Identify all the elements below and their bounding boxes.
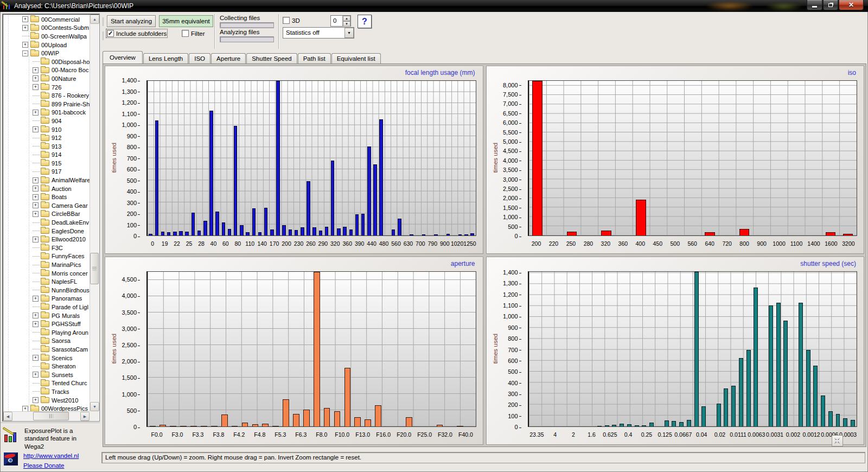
expand-icon[interactable]: + bbox=[33, 84, 39, 90]
include-subfolders-checkbox[interactable]: ✓ Include subfolders bbox=[107, 30, 167, 37]
tree-item-00nature[interactable]: +00Nature bbox=[4, 74, 90, 83]
scrollbar-thumb[interactable] bbox=[90, 253, 99, 284]
collapse-icon[interactable]: − bbox=[22, 50, 28, 56]
statistics-dropdown[interactable]: Statistics off ▼ bbox=[283, 27, 354, 39]
tree-item-sheraton[interactable]: Sheraton bbox=[4, 362, 90, 371]
tree-item-west2010[interactable]: +West2010 bbox=[4, 396, 90, 405]
tree-item-876-rookery[interactable]: 876 - Rookery bbox=[4, 91, 90, 100]
tree-item-912[interactable]: 912 bbox=[4, 133, 90, 142]
tree-item-saorsa[interactable]: Saorsa bbox=[4, 337, 90, 346]
expand-icon[interactable]: + bbox=[33, 177, 39, 183]
expand-icon[interactable]: + bbox=[33, 202, 39, 208]
tree-item-nunnbirdhous[interactable]: NunnBirdhous bbox=[4, 286, 90, 295]
chart-plot-area[interactable] bbox=[528, 271, 858, 427]
expand-icon[interactable]: + bbox=[33, 75, 39, 81]
expand-icon[interactable]: + bbox=[33, 211, 39, 217]
tree-item-914[interactable]: 914 bbox=[4, 151, 90, 160]
expand-icon[interactable]: + bbox=[22, 406, 28, 411]
scroll-up-button[interactable]: ▲ bbox=[90, 15, 99, 24]
tree-item-00-macro-boc[interactable]: +00-Macro Boc bbox=[4, 66, 90, 75]
tree-item-auction[interactable]: +Auction bbox=[4, 184, 90, 193]
scrollbar-thumb[interactable] bbox=[33, 412, 69, 420]
tree-item-910[interactable]: +910 bbox=[4, 125, 90, 134]
expand-icon[interactable]: + bbox=[33, 355, 39, 361]
website-link[interactable]: http://www.vandel.nl bbox=[23, 452, 79, 459]
tree-item-tracks[interactable]: Tracks bbox=[4, 387, 90, 396]
35mm-equivalent-button[interactable]: 35mm equivalent bbox=[159, 15, 213, 27]
close-button[interactable]: ✕ bbox=[839, 0, 864, 10]
chart-plot-area[interactable] bbox=[146, 80, 476, 236]
expand-icon[interactable]: + bbox=[33, 67, 39, 73]
tree-item-917[interactable]: 917 bbox=[4, 168, 90, 176]
tab-iso[interactable]: ISO bbox=[189, 53, 210, 63]
tree-item-00wip[interactable]: −00WIP bbox=[4, 49, 90, 58]
tree-item-marinapics[interactable]: MarinaPics bbox=[4, 260, 90, 269]
tree-item-parade-of-ligl[interactable]: Parade of Ligl bbox=[4, 303, 90, 311]
tree-item-726[interactable]: +726 bbox=[4, 83, 90, 92]
tree-item-00upload[interactable]: +00Upload bbox=[4, 41, 90, 49]
expand-icon[interactable]: + bbox=[33, 296, 39, 302]
tree-item-pghsstuff[interactable]: +PGHSStuff bbox=[4, 320, 90, 328]
donate-link[interactable]: Please Donate bbox=[23, 462, 64, 469]
expand-icon[interactable]: + bbox=[22, 16, 28, 22]
expand-icon[interactable]: + bbox=[33, 397, 39, 403]
tree-item-deadlakeenv[interactable]: DeadLakeEnv bbox=[4, 218, 90, 227]
tree-item-pg-murals[interactable]: +PG Murals bbox=[4, 311, 90, 320]
tree-item-tented-churc[interactable]: Tented Churc bbox=[4, 379, 90, 388]
tree-item-901-babcock[interactable]: +901-babcock bbox=[4, 109, 90, 117]
tree-item-eaglesdone[interactable]: EaglesDone bbox=[4, 227, 90, 235]
tree-vertical-scrollbar[interactable]: ▲ ▼ bbox=[90, 15, 99, 411]
tree-item-camera-gear[interactable]: +Camera Gear bbox=[4, 201, 90, 210]
tab-aperture[interactable]: Aperture bbox=[211, 53, 246, 63]
minimize-button[interactable] bbox=[807, 0, 822, 10]
restore-button[interactable] bbox=[823, 0, 838, 10]
expand-icon[interactable]: + bbox=[33, 186, 39, 192]
tree-item-00disposal-ho[interactable]: 00Disposal-ho bbox=[4, 58, 90, 66]
tree-item-f3c[interactable]: F3C bbox=[4, 244, 90, 252]
chart-plot-area[interactable] bbox=[146, 271, 476, 427]
expand-icon[interactable]: + bbox=[33, 321, 39, 327]
tab-overview[interactable]: Overview bbox=[103, 51, 143, 63]
tree-item-00commercial[interactable]: +00Commercial bbox=[4, 15, 90, 24]
expand-icon[interactable]: + bbox=[33, 237, 39, 243]
reset-zoom-button[interactable]: ↘↙↗↖ bbox=[832, 435, 843, 447]
tree-item-915[interactable]: 915 bbox=[4, 159, 90, 168]
tree-item-ellwood2010[interactable]: +Ellwood2010 bbox=[4, 235, 90, 244]
expand-icon[interactable]: + bbox=[33, 194, 39, 200]
scroll-down-button[interactable]: ▼ bbox=[90, 402, 99, 411]
tree-item-sunsets[interactable]: +Sunsets bbox=[4, 371, 90, 379]
start-analyzing-button[interactable]: Start analyzing bbox=[107, 15, 156, 27]
tree-item-scenics[interactable]: +Scenics bbox=[4, 354, 90, 362]
tree-item-904[interactable]: 904 bbox=[4, 117, 90, 125]
tree-item-playing-aroun[interactable]: Playing Aroun bbox=[4, 328, 90, 337]
expand-icon[interactable]: + bbox=[33, 126, 39, 132]
tree-horizontal-scrollbar[interactable]: ◀ ▶ bbox=[3, 411, 90, 420]
tree-item-899-prairie-sh[interactable]: 899 Prairie-Sh bbox=[4, 100, 90, 109]
expand-icon[interactable]: + bbox=[33, 110, 39, 116]
tree-item-funnyfaces[interactable]: FunnyFaces bbox=[4, 252, 90, 261]
dropdown-arrow-icon[interactable]: ▼ bbox=[344, 28, 354, 38]
tree-item-circlebbar[interactable]: +CircleBBar bbox=[4, 210, 90, 219]
tree-item-naplesfl[interactable]: NaplesFL bbox=[4, 277, 90, 286]
folder-tree[interactable]: +00Commercial+00Contests-Subm00-ScreenWa… bbox=[4, 15, 90, 411]
expand-icon[interactable]: + bbox=[22, 25, 28, 31]
tree-item-00contests-subm[interactable]: +00Contests-Subm bbox=[4, 24, 90, 33]
3d-checkbox[interactable]: 3D bbox=[283, 17, 300, 24]
tree-item-00-screenwallpa[interactable]: 00-ScreenWallpa bbox=[4, 32, 90, 41]
tab-path-list[interactable]: Path list bbox=[298, 53, 331, 63]
spinner-arrows[interactable]: ▲▼ bbox=[342, 16, 350, 26]
tree-item-00wordpresspics[interactable]: +00WordpressPics bbox=[4, 404, 90, 411]
tree-item-boats[interactable]: +Boats bbox=[4, 193, 90, 201]
chart-plot-area[interactable] bbox=[528, 80, 858, 236]
tree-item-913[interactable]: 913 bbox=[4, 142, 90, 151]
tree-item-animalwelfare[interactable]: +AnimalWelfare bbox=[4, 176, 90, 184]
expand-icon[interactable]: + bbox=[33, 372, 39, 378]
tree-item-panoramas[interactable]: +Panoramas bbox=[4, 295, 90, 303]
tab-shutter-speed[interactable]: Shutter Speed bbox=[246, 53, 297, 63]
expand-icon[interactable]: + bbox=[33, 312, 39, 318]
tab-equivalent-list[interactable]: Equivalent list bbox=[331, 53, 381, 63]
tree-item-sarasotacam[interactable]: SarasotaCam bbox=[4, 345, 90, 354]
tree-item-morris-concer[interactable]: Morris concer bbox=[4, 269, 90, 278]
help-button[interactable]: ? bbox=[358, 15, 372, 28]
tab-lens-length[interactable]: Lens Length bbox=[143, 53, 188, 63]
